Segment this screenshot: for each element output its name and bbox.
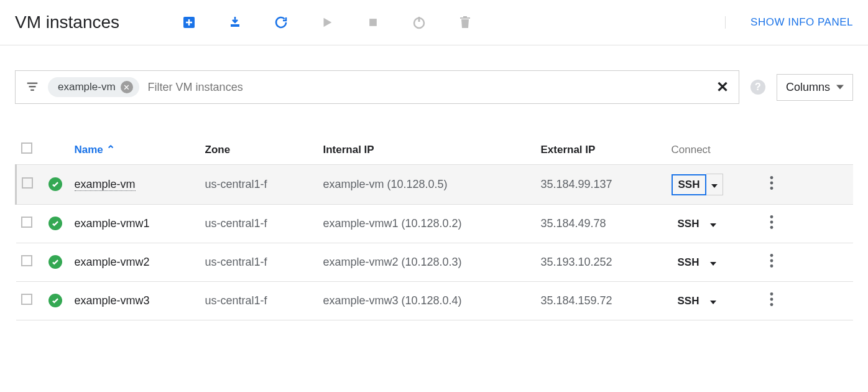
show-info-panel-button[interactable]: SHOW INFO PANEL — [725, 16, 853, 29]
stop-button[interactable] — [366, 15, 381, 30]
ssh-dropdown[interactable] — [705, 252, 721, 273]
more-actions-button[interactable] — [765, 180, 778, 192]
filter-icon — [25, 80, 39, 95]
vm-name-link[interactable]: example-vm — [75, 178, 136, 191]
filter-chip-label: example-vm — [58, 81, 116, 93]
vm-external-ip: 35.184.99.137 — [536, 165, 667, 205]
svg-point-7 — [770, 176, 773, 179]
filter-input[interactable] — [148, 81, 708, 94]
help-icon[interactable]: ? — [750, 80, 765, 95]
svg-rect-5 — [29, 86, 36, 87]
filter-chip: example-vm ✕ — [48, 77, 139, 97]
vm-name-link[interactable]: example-vmw1 — [75, 217, 150, 230]
column-zone[interactable]: Zone — [200, 135, 318, 165]
ssh-button[interactable]: SSH — [672, 214, 706, 234]
vm-internal-ip: example-vm (10.128.0.5) — [318, 165, 536, 205]
column-name[interactable]: Name ⌃ — [70, 135, 200, 165]
vm-table: Name ⌃ Zone Internal IP External IP Conn… — [15, 135, 853, 320]
status-running-icon — [48, 255, 62, 269]
more-actions-button[interactable] — [765, 296, 778, 309]
vm-internal-ip: example-vmw2 (10.128.0.3) — [318, 243, 536, 282]
row-checkbox[interactable] — [21, 294, 32, 305]
sort-asc-icon: ⌃ — [106, 144, 115, 156]
ssh-dropdown[interactable] — [705, 213, 721, 234]
svg-rect-1 — [231, 24, 239, 26]
refresh-button[interactable] — [274, 15, 289, 30]
vm-external-ip: 35.184.49.78 — [536, 205, 667, 243]
table-row: example-vmw3 us-central1-f example-vmw3 … — [16, 282, 854, 320]
svg-point-8 — [770, 182, 773, 185]
svg-rect-2 — [369, 19, 377, 26]
delete-button[interactable] — [458, 15, 473, 30]
column-connect: Connect — [667, 135, 760, 165]
status-running-icon — [48, 217, 62, 230]
reset-button[interactable] — [412, 15, 427, 30]
vm-zone: us-central1-f — [200, 165, 318, 205]
vm-name-link[interactable]: example-vmw2 — [75, 256, 150, 268]
vm-internal-ip: example-vmw1 (10.128.0.2) — [318, 205, 536, 243]
select-all-checkbox[interactable] — [21, 142, 32, 154]
ssh-button[interactable]: SSH — [672, 291, 706, 311]
columns-label: Columns — [786, 81, 830, 94]
table-row: example-vmw2 us-central1-f example-vmw2 … — [16, 243, 854, 282]
svg-point-13 — [770, 254, 773, 257]
svg-point-14 — [770, 259, 773, 263]
svg-point-18 — [770, 303, 773, 306]
svg-point-11 — [770, 221, 773, 224]
svg-point-12 — [770, 226, 773, 229]
more-actions-button[interactable] — [765, 258, 778, 270]
vm-name-link[interactable]: example-vmw3 — [75, 294, 150, 307]
svg-point-17 — [770, 298, 773, 301]
vm-zone: us-central1-f — [200, 205, 318, 243]
row-checkbox[interactable] — [22, 177, 33, 189]
start-button[interactable] — [320, 15, 335, 30]
columns-button[interactable]: Columns — [777, 74, 853, 101]
ssh-button[interactable]: SSH — [672, 174, 707, 195]
page-title: VM instances — [15, 12, 119, 32]
filter-row: example-vm ✕ ✕ ? Columns — [15, 70, 853, 104]
clear-filter-icon[interactable]: ✕ — [716, 78, 729, 96]
svg-point-16 — [770, 292, 773, 296]
vm-external-ip: 35.193.10.252 — [536, 243, 667, 282]
vm-zone: us-central1-f — [200, 243, 318, 282]
row-checkbox[interactable] — [21, 217, 32, 228]
status-running-icon — [48, 177, 62, 191]
svg-rect-6 — [30, 89, 34, 90]
content: example-vm ✕ ✕ ? Columns Name ⌃ Zone Int… — [0, 45, 868, 320]
header: VM instances SHOW INFO PANEL — [0, 0, 868, 45]
vm-internal-ip: example-vmw3 (10.128.0.4) — [318, 282, 536, 320]
filter-box[interactable]: example-vm ✕ ✕ — [15, 70, 739, 104]
import-button[interactable] — [228, 15, 242, 30]
svg-rect-4 — [27, 82, 38, 83]
toolbar — [182, 15, 473, 30]
table-row: example-vm us-central1-f example-vm (10.… — [16, 165, 854, 205]
create-instance-button[interactable] — [182, 15, 196, 30]
row-checkbox[interactable] — [21, 255, 32, 266]
svg-point-15 — [770, 264, 773, 268]
ssh-dropdown[interactable] — [705, 291, 721, 311]
column-external-ip[interactable]: External IP — [536, 135, 667, 165]
svg-point-10 — [770, 215, 773, 218]
chevron-down-icon — [836, 83, 844, 91]
ssh-button[interactable]: SSH — [672, 253, 706, 273]
vm-external-ip: 35.184.159.72 — [536, 282, 667, 320]
status-running-icon — [48, 294, 62, 307]
svg-point-9 — [770, 187, 773, 190]
more-actions-button[interactable] — [765, 219, 778, 231]
table-row: example-vmw1 us-central1-f example-vmw1 … — [16, 205, 854, 243]
chip-remove-icon[interactable]: ✕ — [121, 81, 133, 93]
column-internal-ip[interactable]: Internal IP — [318, 135, 536, 165]
ssh-dropdown[interactable] — [706, 174, 723, 195]
vm-zone: us-central1-f — [200, 282, 318, 320]
